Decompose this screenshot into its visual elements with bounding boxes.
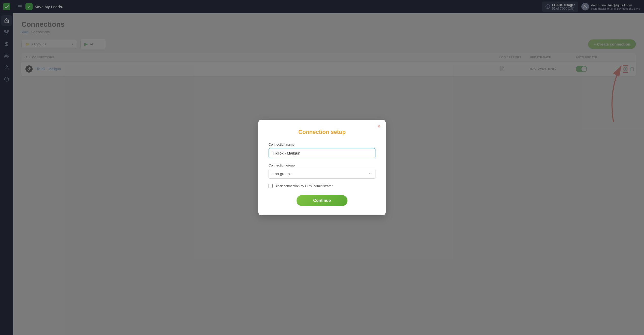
block-connection-text: Block connection by CRM administrator	[275, 184, 333, 188]
connection-name-input[interactable]	[269, 148, 375, 158]
connection-setup-modal: × Connection setup Connection name Conne…	[258, 120, 386, 215]
continue-button[interactable]: Continue	[297, 195, 347, 206]
modal-overlay: × Connection setup Connection name Conne…	[0, 0, 644, 335]
connection-group-group: Connection group - no group -	[269, 163, 375, 179]
connection-name-group: Connection name	[269, 143, 375, 158]
connection-group-label: Connection group	[269, 163, 375, 167]
block-connection-label[interactable]: Block connection by CRM administrator	[269, 184, 375, 188]
block-connection-group: Block connection by CRM administrator	[269, 184, 375, 188]
modal-title: Connection setup	[269, 129, 375, 135]
modal-close-button[interactable]: ×	[377, 124, 381, 129]
block-connection-checkbox[interactable]	[269, 184, 273, 188]
connection-group-select[interactable]: - no group -	[269, 169, 375, 179]
connection-name-label: Connection name	[269, 143, 375, 146]
